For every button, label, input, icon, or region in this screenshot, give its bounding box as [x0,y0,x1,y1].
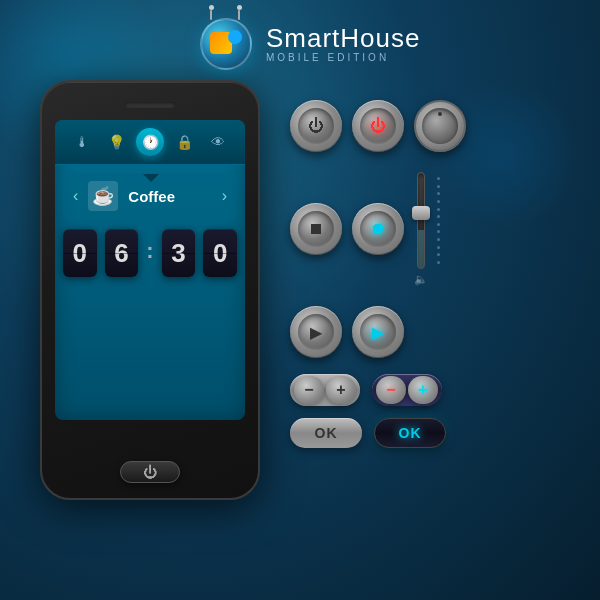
antenna-left [210,10,212,20]
clock-m2: 0 [203,229,237,277]
slider-wrap: 🔈 [414,164,428,294]
play-button[interactable]: ▶ [290,306,342,358]
tab-temperature[interactable]: 🌡 [68,128,96,156]
spacer [414,306,466,358]
ok-section: OK OK [290,418,580,448]
pm-pill-left[interactable]: − + [290,374,360,406]
antenna-right [238,10,240,20]
phone-power-button[interactable]: ⏻ [120,461,180,483]
phone: 🌡 💡 🕐 🔒 👁 ‹ ☕ Coffee › 0 6 : 3 0 ⏻ [40,80,260,500]
play-active-button[interactable]: ▶ [352,306,404,358]
brand-light: House [340,23,420,53]
clock-sep: : [146,238,153,264]
slider-track [417,172,425,269]
play-icon: ▶ [310,323,322,342]
phone-power-icon: ⏻ [143,464,157,480]
brand-bold: Smart [266,23,340,53]
slider-fill [418,230,424,268]
brand-name: SmartHouse [266,25,421,51]
tab-clock[interactable]: 🕐 [136,128,164,156]
right-panel: ⏻ ⏻ ⏹ ⏺ [290,100,580,448]
ok-button-right[interactable]: OK [374,418,446,448]
slider-thumb[interactable] [412,206,430,220]
knob-dot [438,112,442,116]
brand-subtitle: MOBILE EDITION [266,53,421,63]
ok-button-left[interactable]: OK [290,418,362,448]
volume-icon: 🔈 [414,273,428,286]
phone-screen: 🌡 💡 🕐 🔒 👁 ‹ ☕ Coffee › 0 6 : 3 0 [55,120,245,420]
power-on-icon: ⏻ [370,117,386,135]
power-off-icon: ⏻ [308,117,324,135]
header: SmartHouse MOBILE EDITION [200,18,421,70]
minus-btn-right[interactable]: − [376,376,406,404]
power-on-button[interactable]: ⏻ [352,100,404,152]
coffee-label: Coffee [128,188,175,205]
coffee-nav-right[interactable]: › [222,187,227,205]
tab-arrow [143,174,159,182]
coffee-icon-wrap: ☕ [88,181,118,211]
pm-section: − + − + [290,374,580,406]
record-icon: ⏺ [370,220,386,238]
knob[interactable] [414,100,466,152]
stop-button[interactable]: ⏹ [290,203,342,255]
knob-inner [422,108,458,144]
knob-wrap [414,100,466,152]
plus-btn-right[interactable]: + [408,376,438,404]
pm-pill-right[interactable]: − + [372,374,442,406]
coffee-nav-left[interactable]: ‹ [73,187,78,205]
slider-dots [437,173,440,268]
logo-ball [200,18,252,70]
tab-bar: 🌡 💡 🕐 🔒 👁 [55,120,245,165]
play-active-icon: ▶ [372,323,384,342]
record-button[interactable]: ⏺ [352,203,404,255]
brand-text: SmartHouse MOBILE EDITION [266,25,421,63]
power-off-button[interactable]: ⏻ [290,100,342,152]
clock-h1: 0 [63,229,97,277]
coffee-icon: ☕ [92,185,114,207]
tab-eye[interactable]: 👁 [204,128,232,156]
plus-btn-left[interactable]: + [326,376,356,404]
minus-btn-left[interactable]: − [294,376,324,404]
clock-m1: 3 [162,229,196,277]
phone-speaker [125,102,175,108]
stop-icon: ⏹ [308,220,324,238]
clock-h2: 6 [105,229,139,277]
tab-lock[interactable]: 🔒 [170,128,198,156]
clock-display: 0 6 : 3 0 [63,229,237,277]
tab-lights[interactable]: 💡 [102,128,130,156]
